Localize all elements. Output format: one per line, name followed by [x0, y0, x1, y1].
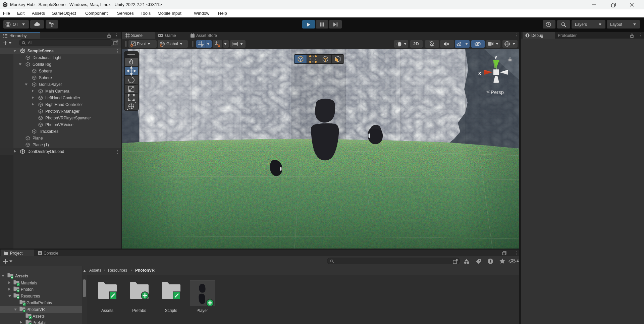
svg-text:y: y: [494, 54, 497, 59]
svg-text:Persp: Persp: [491, 89, 504, 95]
svg-text:Y: Y: [201, 44, 203, 47]
svg-text:x: x: [478, 70, 481, 76]
